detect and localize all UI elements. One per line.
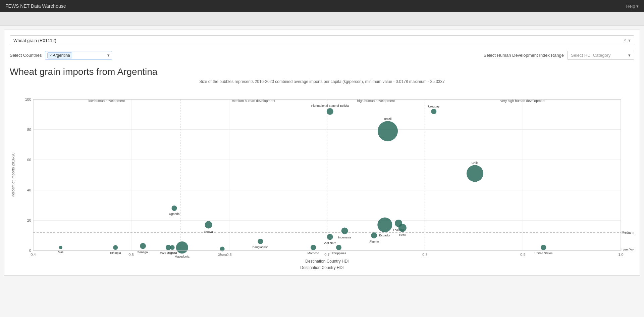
- svg-rect-0: [10, 89, 634, 264]
- svg-point-49: [176, 241, 188, 254]
- svg-point-59: [327, 234, 333, 240]
- svg-point-83: [541, 245, 546, 250]
- hdi-placeholder: Select HDI Category: [571, 53, 611, 58]
- svg-text:Uruguay: Uruguay: [428, 105, 440, 108]
- spacer-bar: [0, 12, 644, 26]
- commodity-selector[interactable]: Wheat grain (R01112) × ▾: [10, 35, 634, 45]
- svg-text:Chile: Chile: [472, 161, 479, 165]
- commodity-controls: × ▾: [624, 38, 631, 43]
- svg-point-77: [378, 121, 398, 141]
- tag-dropdown-icon[interactable]: ▾: [107, 53, 110, 58]
- svg-text:Nigeria: Nigeria: [167, 251, 177, 255]
- svg-text:60: 60: [27, 158, 31, 162]
- svg-text:Destination Country HDI: Destination Country HDI: [305, 259, 348, 264]
- svg-text:Algeria: Algeria: [369, 240, 379, 243]
- svg-text:Philippines: Philippines: [331, 252, 346, 255]
- commodity-value: Wheat grain (R01112): [13, 38, 624, 43]
- svg-text:Morocco: Morocco: [308, 252, 319, 255]
- x-axis-label: Destination Country HDI: [10, 265, 634, 270]
- svg-point-63: [336, 245, 341, 250]
- svg-text:40: 40: [27, 188, 31, 192]
- svg-text:Indonesia: Indonesia: [338, 236, 351, 239]
- svg-text:Plurinational State of Bolivia: Plurinational State of Bolivia: [311, 104, 349, 107]
- hdi-select[interactable]: Select HDI Category ▾: [567, 51, 634, 60]
- commodity-clear-icon[interactable]: ×: [624, 38, 626, 43]
- svg-text:0: 0: [29, 248, 31, 253]
- app-title: FEWS NET Data Warehouse: [5, 3, 66, 9]
- hdi-filter-group: Select Human Development Index Range Sel…: [484, 51, 634, 60]
- svg-point-57: [258, 239, 263, 244]
- svg-text:0.8: 0.8: [422, 253, 427, 257]
- svg-text:Bangladesh: Bangladesh: [253, 245, 269, 249]
- svg-text:100: 100: [25, 97, 31, 101]
- svg-text:United States: United States: [534, 252, 553, 255]
- svg-text:Senegal: Senegal: [138, 251, 149, 254]
- svg-point-65: [341, 228, 348, 234]
- svg-point-53: [205, 221, 212, 229]
- svg-text:Uganda: Uganda: [169, 212, 180, 216]
- svg-text:0.7: 0.7: [324, 253, 329, 257]
- svg-text:Brazil: Brazil: [384, 117, 392, 121]
- svg-text:20: 20: [27, 218, 31, 222]
- svg-point-69: [371, 232, 377, 238]
- svg-point-43: [140, 243, 146, 249]
- country-tag-select[interactable]: × Argentina ▾: [45, 51, 112, 60]
- chart-subtitle: Size of the bubbles represents 2016-2020…: [10, 79, 634, 84]
- top-bar: FEWS NET Data Warehouse Help ▾: [0, 0, 644, 12]
- svg-point-47: [170, 245, 175, 250]
- svg-point-67: [327, 108, 333, 115]
- svg-text:Low Percentage Imports: Low Percentage Imports: [622, 248, 634, 252]
- argentina-tag: × Argentina: [47, 52, 72, 58]
- svg-text:0.6: 0.6: [226, 253, 231, 257]
- svg-point-81: [467, 165, 483, 182]
- chart-area: 0204060801000.40.50.60.70.80.91.0low hum…: [10, 89, 634, 270]
- svg-text:Kenya: Kenya: [204, 230, 213, 233]
- bubble-chart: 0204060801000.40.50.60.70.80.91.0low hum…: [10, 89, 634, 264]
- svg-text:Macedonia: Macedonia: [175, 255, 190, 258]
- svg-text:Peru: Peru: [399, 233, 406, 237]
- chart-title: Wheat grain imports from Argentina: [10, 66, 634, 77]
- countries-label: Select Countries: [10, 53, 42, 58]
- svg-text:80: 80: [27, 128, 31, 132]
- country-filter-group: Select Countries × Argentina ▾: [10, 51, 112, 60]
- tag-label: Argentina: [53, 53, 70, 58]
- svg-point-79: [431, 109, 436, 114]
- hdi-dropdown-icon: ▾: [628, 53, 631, 58]
- svg-text:Median percent of Imports: Median percent of Imports: [622, 231, 634, 234]
- svg-text:0.9: 0.9: [520, 253, 525, 257]
- svg-text:Ecuador: Ecuador: [379, 234, 391, 237]
- svg-point-75: [398, 224, 407, 232]
- svg-point-39: [59, 246, 62, 249]
- svg-point-41: [113, 245, 118, 250]
- chart-section: Wheat grain imports from Argentina Size …: [10, 66, 634, 270]
- svg-text:1.0: 1.0: [618, 253, 623, 257]
- svg-text:Viet Nam: Viet Nam: [324, 241, 336, 245]
- tag-remove-icon[interactable]: ×: [49, 53, 52, 58]
- svg-text:0.4: 0.4: [31, 253, 36, 257]
- svg-point-71: [377, 218, 392, 232]
- main-content: Wheat grain (R01112) × ▾ Select Countrie…: [4, 30, 640, 276]
- svg-point-61: [311, 245, 316, 250]
- commodity-dropdown-icon[interactable]: ▾: [628, 38, 631, 43]
- filters-row: Select Countries × Argentina ▾ Select Hu…: [10, 51, 634, 60]
- svg-text:0.5: 0.5: [128, 253, 133, 257]
- svg-text:Ghana: Ghana: [218, 253, 227, 256]
- svg-text:medium human development: medium human development: [232, 99, 275, 103]
- svg-text:low human development: low human development: [89, 99, 125, 103]
- svg-text:Ethiopia: Ethiopia: [110, 251, 121, 255]
- svg-point-51: [171, 206, 177, 211]
- help-button[interactable]: Help ▾: [626, 4, 639, 9]
- svg-text:Percent of Imports 2016-20: Percent of Imports 2016-20: [11, 152, 15, 197]
- hdi-label: Select Human Development Index Range: [484, 53, 564, 58]
- svg-text:very high human development: very high human development: [500, 99, 545, 103]
- svg-text:Mali: Mali: [58, 251, 64, 254]
- svg-text:high human development: high human development: [357, 99, 395, 103]
